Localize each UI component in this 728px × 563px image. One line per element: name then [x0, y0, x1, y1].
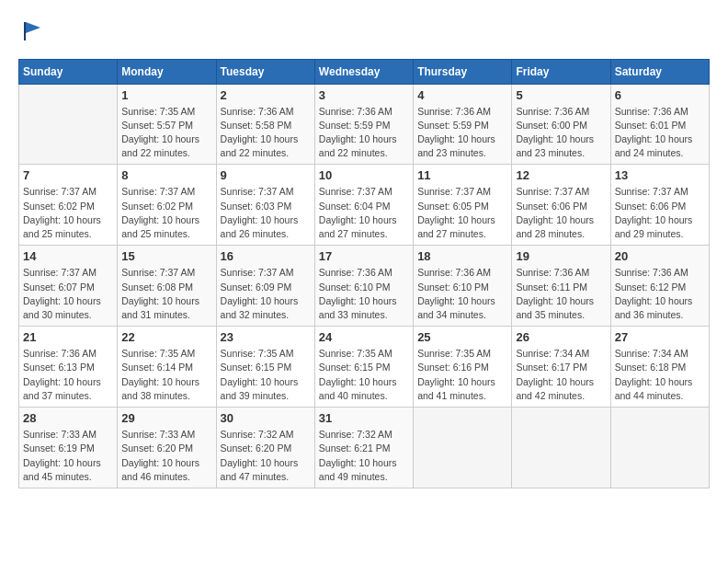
- day-number: 16: [221, 249, 311, 263]
- day-number: 5: [516, 88, 606, 102]
- day-number: 1: [121, 88, 211, 102]
- day-number: 22: [121, 330, 211, 344]
- day-number: 30: [221, 411, 311, 425]
- day-detail: Sunrise: 7:36 AM Sunset: 6:11 PM Dayligh…: [516, 266, 606, 322]
- day-number: 12: [516, 168, 606, 182]
- header-tuesday: Tuesday: [216, 59, 314, 84]
- day-detail: Sunrise: 7:36 AM Sunset: 5:59 PM Dayligh…: [417, 105, 507, 161]
- day-number: 2: [221, 88, 311, 102]
- logo: [18, 18, 46, 44]
- calendar-week-row: 28Sunrise: 7:33 AM Sunset: 6:19 PM Dayli…: [19, 408, 710, 488]
- calendar-cell: [414, 408, 512, 488]
- calendar-cell: 30Sunrise: 7:32 AM Sunset: 6:20 PM Dayli…: [216, 408, 314, 488]
- day-detail: Sunrise: 7:33 AM Sunset: 6:19 PM Dayligh…: [23, 428, 113, 484]
- day-number: 23: [221, 330, 311, 344]
- day-number: 13: [615, 168, 705, 182]
- day-detail: Sunrise: 7:36 AM Sunset: 6:10 PM Dayligh…: [319, 266, 409, 322]
- calendar-table: SundayMondayTuesdayWednesdayThursdayFrid…: [18, 59, 710, 488]
- calendar-week-row: 7Sunrise: 7:37 AM Sunset: 6:02 PM Daylig…: [19, 165, 710, 246]
- calendar-cell: 24Sunrise: 7:35 AM Sunset: 6:15 PM Dayli…: [314, 327, 413, 408]
- day-detail: Sunrise: 7:37 AM Sunset: 6:09 PM Dayligh…: [221, 266, 311, 322]
- calendar-cell: 14Sunrise: 7:37 AM Sunset: 6:07 PM Dayli…: [19, 246, 118, 327]
- day-detail: Sunrise: 7:37 AM Sunset: 6:06 PM Dayligh…: [615, 185, 705, 241]
- calendar-cell: 15Sunrise: 7:37 AM Sunset: 6:08 PM Dayli…: [118, 246, 216, 327]
- day-detail: Sunrise: 7:36 AM Sunset: 6:01 PM Dayligh…: [615, 105, 705, 161]
- header-saturday: Saturday: [610, 59, 709, 84]
- calendar-cell: 19Sunrise: 7:36 AM Sunset: 6:11 PM Dayli…: [512, 246, 610, 327]
- day-number: 8: [121, 168, 211, 182]
- day-detail: Sunrise: 7:37 AM Sunset: 6:03 PM Dayligh…: [221, 185, 311, 241]
- day-number: 24: [319, 330, 409, 344]
- calendar-cell: [512, 408, 610, 488]
- calendar-cell: 21Sunrise: 7:36 AM Sunset: 6:13 PM Dayli…: [19, 327, 118, 408]
- day-number: 7: [23, 168, 113, 182]
- calendar-cell: 17Sunrise: 7:36 AM Sunset: 6:10 PM Dayli…: [314, 246, 413, 327]
- calendar-cell: 7Sunrise: 7:37 AM Sunset: 6:02 PM Daylig…: [19, 165, 118, 246]
- day-number: 6: [615, 88, 705, 102]
- day-number: 4: [417, 88, 507, 102]
- day-number: 17: [319, 249, 409, 263]
- logo-flag-icon: [20, 18, 46, 44]
- day-detail: Sunrise: 7:35 AM Sunset: 5:57 PM Dayligh…: [121, 105, 211, 161]
- day-number: 31: [319, 411, 409, 425]
- calendar-cell: 13Sunrise: 7:37 AM Sunset: 6:06 PM Dayli…: [610, 165, 709, 246]
- calendar-cell: 6Sunrise: 7:36 AM Sunset: 6:01 PM Daylig…: [610, 84, 709, 165]
- day-detail: Sunrise: 7:37 AM Sunset: 6:04 PM Dayligh…: [319, 185, 409, 241]
- day-detail: Sunrise: 7:34 AM Sunset: 6:18 PM Dayligh…: [615, 347, 705, 403]
- calendar-cell: 16Sunrise: 7:37 AM Sunset: 6:09 PM Dayli…: [216, 246, 314, 327]
- calendar-week-row: 14Sunrise: 7:37 AM Sunset: 6:07 PM Dayli…: [19, 246, 710, 327]
- calendar-cell: 1Sunrise: 7:35 AM Sunset: 5:57 PM Daylig…: [118, 84, 216, 165]
- day-number: 27: [615, 330, 705, 344]
- svg-rect-1: [24, 22, 26, 40]
- day-detail: Sunrise: 7:37 AM Sunset: 6:08 PM Dayligh…: [121, 266, 211, 322]
- day-detail: Sunrise: 7:37 AM Sunset: 6:06 PM Dayligh…: [516, 185, 606, 241]
- day-detail: Sunrise: 7:36 AM Sunset: 6:10 PM Dayligh…: [417, 266, 507, 322]
- day-number: 14: [23, 249, 113, 263]
- calendar-cell: 5Sunrise: 7:36 AM Sunset: 6:00 PM Daylig…: [512, 84, 610, 165]
- day-detail: Sunrise: 7:35 AM Sunset: 6:15 PM Dayligh…: [319, 347, 409, 403]
- calendar-cell: 2Sunrise: 7:36 AM Sunset: 5:58 PM Daylig…: [216, 84, 314, 165]
- day-detail: Sunrise: 7:36 AM Sunset: 5:59 PM Dayligh…: [319, 105, 409, 161]
- svg-marker-0: [24, 22, 40, 40]
- day-detail: Sunrise: 7:36 AM Sunset: 6:12 PM Dayligh…: [615, 266, 705, 322]
- day-number: 26: [516, 330, 606, 344]
- day-number: 18: [417, 249, 507, 263]
- day-detail: Sunrise: 7:35 AM Sunset: 6:16 PM Dayligh…: [417, 347, 507, 403]
- calendar-cell: 3Sunrise: 7:36 AM Sunset: 5:59 PM Daylig…: [314, 84, 413, 165]
- calendar-cell: 29Sunrise: 7:33 AM Sunset: 6:20 PM Dayli…: [118, 408, 216, 488]
- calendar-cell: 18Sunrise: 7:36 AM Sunset: 6:10 PM Dayli…: [414, 246, 512, 327]
- page-header: [18, 18, 710, 44]
- day-number: 25: [417, 330, 507, 344]
- day-number: 29: [121, 411, 211, 425]
- day-number: 10: [319, 168, 409, 182]
- calendar-week-row: 1Sunrise: 7:35 AM Sunset: 5:57 PM Daylig…: [19, 84, 710, 165]
- day-detail: Sunrise: 7:35 AM Sunset: 6:15 PM Dayligh…: [221, 347, 311, 403]
- header-sunday: Sunday: [19, 59, 118, 84]
- day-detail: Sunrise: 7:36 AM Sunset: 6:13 PM Dayligh…: [23, 347, 113, 403]
- day-number: 21: [23, 330, 113, 344]
- day-detail: Sunrise: 7:34 AM Sunset: 6:17 PM Dayligh…: [516, 347, 606, 403]
- header-friday: Friday: [512, 59, 610, 84]
- calendar-cell: 27Sunrise: 7:34 AM Sunset: 6:18 PM Dayli…: [610, 327, 709, 408]
- calendar-header-row: SundayMondayTuesdayWednesdayThursdayFrid…: [19, 59, 710, 84]
- header-wednesday: Wednesday: [314, 59, 413, 84]
- day-number: 20: [615, 249, 705, 263]
- day-number: 28: [23, 411, 113, 425]
- calendar-cell: 22Sunrise: 7:35 AM Sunset: 6:14 PM Dayli…: [118, 327, 216, 408]
- calendar-cell: 23Sunrise: 7:35 AM Sunset: 6:15 PM Dayli…: [216, 327, 314, 408]
- day-detail: Sunrise: 7:32 AM Sunset: 6:20 PM Dayligh…: [221, 428, 311, 484]
- day-detail: Sunrise: 7:33 AM Sunset: 6:20 PM Dayligh…: [121, 428, 211, 484]
- day-detail: Sunrise: 7:37 AM Sunset: 6:02 PM Dayligh…: [121, 185, 211, 241]
- calendar-cell: 9Sunrise: 7:37 AM Sunset: 6:03 PM Daylig…: [216, 165, 314, 246]
- day-detail: Sunrise: 7:37 AM Sunset: 6:05 PM Dayligh…: [417, 185, 507, 241]
- day-detail: Sunrise: 7:35 AM Sunset: 6:14 PM Dayligh…: [121, 347, 211, 403]
- day-number: 15: [121, 249, 211, 263]
- calendar-cell: 31Sunrise: 7:32 AM Sunset: 6:21 PM Dayli…: [314, 408, 413, 488]
- calendar-cell: 10Sunrise: 7:37 AM Sunset: 6:04 PM Dayli…: [314, 165, 413, 246]
- calendar-cell: 12Sunrise: 7:37 AM Sunset: 6:06 PM Dayli…: [512, 165, 610, 246]
- day-detail: Sunrise: 7:36 AM Sunset: 6:00 PM Dayligh…: [516, 105, 606, 161]
- day-detail: Sunrise: 7:32 AM Sunset: 6:21 PM Dayligh…: [319, 428, 409, 484]
- calendar-cell: [19, 84, 118, 165]
- day-number: 19: [516, 249, 606, 263]
- day-detail: Sunrise: 7:36 AM Sunset: 5:58 PM Dayligh…: [221, 105, 311, 161]
